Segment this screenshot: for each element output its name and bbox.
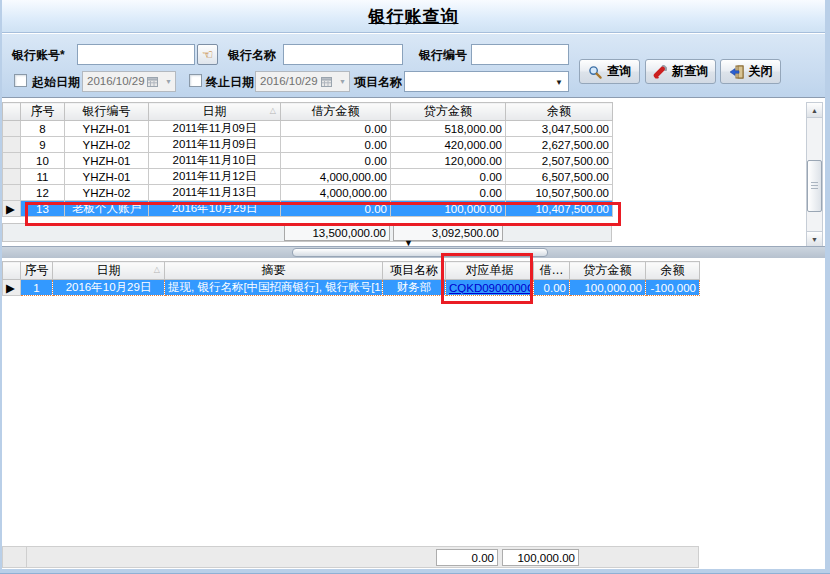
hand-pointer-icon: ☜ [202,47,214,62]
sort-ascending-icon: △ [154,266,160,274]
detail-panel: 序号 日期△ 摘要 项目名称 对应单据 借… 贷方金额 余额 ▶ 1 2016年… [2,258,825,546]
scroll-up-button[interactable]: ▲ [807,103,822,118]
bank-name-label: 银行名称 [228,47,276,64]
table-row[interactable]: 9 YHZH-02 2011年11月09日 0.00 420,000.00 2,… [3,137,613,153]
exit-door-icon [729,65,744,79]
close-button[interactable]: 关闭 [720,59,781,84]
scrollbar-thumb[interactable] [807,160,822,212]
upper-totals-row: 13,500,000.00 3,092,500.00 [2,223,612,242]
table-row[interactable]: 11 YHZH-01 2011年11月12日 4,000,000.00 0.00… [3,169,613,185]
end-date-dropdown-icon[interactable]: ▼ [339,78,346,85]
column-header-project[interactable]: 项目名称 [383,262,446,280]
project-label: 项目名称 [354,74,402,91]
sort-ascending-icon: △ [270,107,276,115]
footer-credit-total: 100,000.00 [502,549,579,566]
column-header-no[interactable]: 序号 [21,103,65,121]
column-header-debit[interactable]: 借… [534,262,570,280]
bank-query-window: 银行账查询 银行账号* ☜ 银行名称 银行编号 起始日期 2016/10/29 … [0,0,830,574]
window-border-left [0,0,2,574]
row-selector-icon: ▶ [6,203,15,215]
column-header-balance[interactable]: 余额 [646,262,700,280]
bank-ledger-panel: 序号 银行编号 日期△ 借方金额 贷方金额 余额 8 YHZH-01 2011年… [2,97,825,246]
table-row-selected[interactable]: ▶ 1 2016年10月29日 提现, 银行名称[中国招商银行], 银行账号[1… [3,280,700,296]
horizontal-scrollbar-thumb[interactable] [292,248,548,257]
column-header-date[interactable]: 日期△ [53,262,165,280]
eraser-icon [653,65,667,79]
splitter-collapse-icon[interactable]: ▼ [404,239,413,248]
account-label: 银行账号* [12,47,65,64]
footer-debit-total: 0.00 [436,549,498,566]
project-select[interactable]: ▼ [404,71,569,92]
column-header-no[interactable]: 序号 [21,262,53,280]
scroll-down-icon: ▼ [811,236,818,243]
column-header-document[interactable]: 对应单据 [446,262,534,280]
column-header-bank-no[interactable]: 银行编号 [65,103,149,121]
calendar-icon [147,76,158,87]
debit-total-box: 13,500,000.00 [284,225,390,241]
calendar-icon [321,76,332,87]
scroll-up-icon: ▲ [811,107,818,114]
window-border-bottom [0,569,830,574]
table-header-row: 序号 银行编号 日期△ 借方金额 贷方金额 余额 [3,103,613,121]
row-selector-header [3,262,21,280]
horizontal-scrollbar[interactable] [2,246,825,258]
table-row[interactable]: 10 YHZH-01 2011年11月10日 0.00 120,000.00 2… [3,153,613,169]
bank-ledger-table: 序号 银行编号 日期△ 借方金额 贷方金额 余额 8 YHZH-01 2011年… [2,102,613,217]
query-button-label: 查询 [607,63,631,80]
combo-dropdown-icon[interactable]: ▼ [555,78,563,87]
project-value [405,75,408,89]
column-header-date[interactable]: 日期△ [149,103,281,121]
titlebar: 银行账查询 [2,0,825,33]
search-icon [588,65,602,79]
end-date-checkbox[interactable] [189,74,202,87]
query-button[interactable]: 查询 [579,59,640,84]
page-title: 银行账查询 [369,5,459,28]
row-selector-header [3,103,21,121]
end-date-value: 2016/10/29 [260,75,318,87]
window-border-right [825,0,830,574]
start-date-value: 2016/10/29 [87,75,145,87]
account-browse-button[interactable]: ☜ [197,44,218,65]
bank-no-input[interactable] [471,44,569,65]
end-date-label: 终止日期 [206,74,254,91]
start-date-checkbox[interactable] [14,74,27,87]
row-selector-icon: ▶ [6,282,15,294]
query-form: 银行账号* ☜ 银行名称 银行编号 起始日期 2016/10/29 ▼ 终止日期… [2,34,825,97]
start-date-dropdown-icon[interactable]: ▼ [165,78,172,85]
bank-no-label: 银行编号 [419,47,467,64]
start-date-field[interactable]: 2016/10/29 ▼ [82,71,176,92]
end-date-field[interactable]: 2016/10/29 ▼ [255,71,350,92]
account-input[interactable] [77,44,195,65]
new-query-button-label: 新查询 [672,63,708,80]
footer-totals-bar: 0.00 100,000.00 [2,546,699,568]
column-header-balance[interactable]: 余额 [506,103,613,121]
column-header-debit[interactable]: 借方金额 [281,103,391,121]
column-header-credit[interactable]: 贷方金额 [570,262,646,280]
footer-divider [26,547,27,567]
table-row[interactable]: 8 YHZH-01 2011年11月09日 0.00 518,000.00 3,… [3,121,613,137]
table-header-row: 序号 日期△ 摘要 项目名称 对应单据 借… 贷方金额 余额 [3,262,700,280]
table-row[interactable]: 12 YHZH-02 2011年11月13日 4,000,000.00 0.00… [3,185,613,201]
column-header-summary[interactable]: 摘要 [165,262,383,280]
close-button-label: 关闭 [749,63,773,80]
column-header-credit[interactable]: 贷方金额 [391,103,506,121]
scrollbar-grip [811,182,818,191]
table-row-selected[interactable]: ▶ 13 老板个人账户 2016年10月29日 0.00 100,000.00 … [3,201,613,217]
scroll-down-button[interactable]: ▼ [807,231,822,246]
start-date-label: 起始日期 [32,74,80,91]
vertical-scrollbar[interactable]: ▲ ▼ [806,102,823,247]
new-query-button[interactable]: 新查询 [645,59,716,84]
bank-name-input[interactable] [283,44,403,65]
document-link[interactable]: CQKD0900000C [449,282,534,294]
detail-table: 序号 日期△ 摘要 项目名称 对应单据 借… 贷方金额 余额 ▶ 1 2016年… [2,261,700,296]
